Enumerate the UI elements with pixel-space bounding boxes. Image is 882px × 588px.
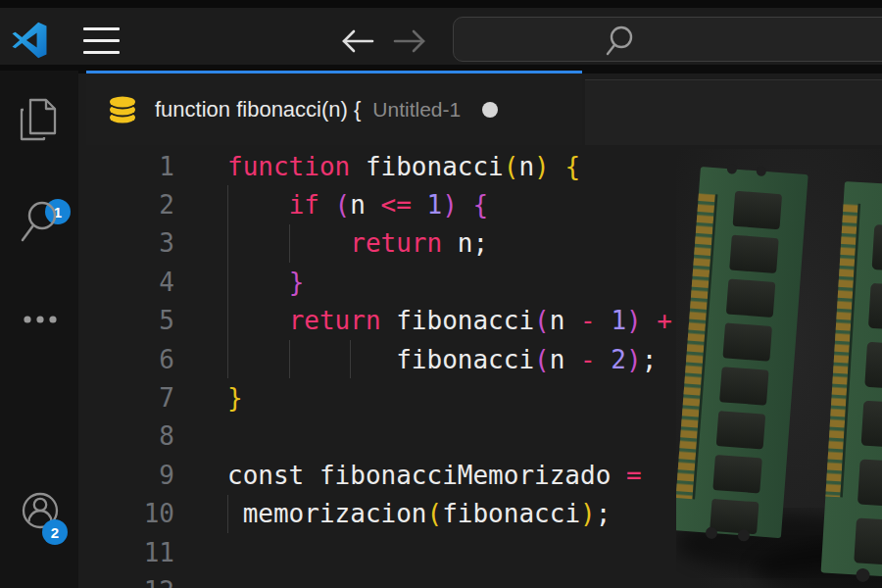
code-token (596, 306, 612, 335)
code-token: 1 (611, 306, 626, 335)
code-token: function (227, 152, 350, 181)
database-icon (108, 96, 137, 123)
code-token: fibonacci (442, 499, 580, 528)
search-box[interactable] (453, 17, 882, 62)
line-number: 12 (78, 576, 174, 588)
vscode-window: { "title_bar": { "search": { "placeholde… (0, 0, 882, 588)
ellipsis-icon[interactable] (22, 313, 59, 326)
tab-title: function fibonacci(n) { (155, 97, 361, 122)
code-token: { (473, 190, 489, 220)
code-token: + (657, 306, 672, 335)
files-icon[interactable] (18, 96, 63, 143)
code-token: n; (442, 228, 488, 258)
vscode-logo-icon[interactable] (11, 21, 48, 60)
back-arrow-icon[interactable] (339, 24, 376, 59)
code-token: <= (381, 190, 412, 220)
code-text: } (227, 268, 304, 297)
line-number: 3 (78, 228, 174, 258)
tab-bar-empty-space (585, 79, 882, 145)
code-token: return (350, 228, 442, 258)
line-number: 4 (78, 268, 174, 297)
tab-untitled-1[interactable]: function fibonacci(n) { Untitled-1 (86, 71, 582, 145)
code-token: const fibonacciMemorizado (227, 461, 626, 490)
code-token: { (564, 152, 580, 181)
line-number: 5 (78, 306, 174, 335)
code-token: n (550, 306, 580, 335)
code-text: } (227, 383, 243, 413)
code-token: } (227, 383, 243, 413)
code-text: if (n <= 1) { (227, 190, 488, 220)
search-sidebar-icon[interactable] (20, 199, 63, 246)
account-badge: 2 (42, 519, 68, 545)
menu-hamburger-icon[interactable] (83, 27, 120, 54)
code-token: return (289, 306, 381, 335)
indent-guide (289, 340, 290, 378)
line-number: 8 (78, 421, 174, 451)
code-token (458, 190, 473, 220)
indent-guide (227, 340, 228, 378)
forward-arrow-icon[interactable] (391, 24, 428, 59)
tab-dirty-indicator[interactable] (482, 102, 498, 118)
code-token: ( (534, 306, 550, 335)
code-token (227, 268, 289, 297)
indent-guide (227, 185, 228, 223)
indent-guide (227, 495, 228, 533)
code-token (319, 190, 335, 220)
indent-guide (227, 224, 228, 263)
code-token: 2 (611, 345, 626, 374)
code-token: ) (534, 152, 550, 181)
code-token (412, 190, 427, 220)
code-token: ) (442, 190, 458, 220)
code-text: const fibonacciMemorizado = (227, 461, 642, 490)
indent-guide (227, 263, 228, 301)
search-input[interactable] (454, 18, 882, 61)
line-number: 6 (78, 345, 174, 374)
code-token: - (580, 306, 596, 335)
code-token (596, 345, 612, 374)
code-token: fibonacci (227, 345, 534, 374)
code-token (642, 306, 658, 335)
code-text: fibonacci(n - 2); (227, 345, 657, 374)
line-number: 9 (78, 461, 174, 490)
code-token: - (580, 345, 596, 374)
code-token: n (550, 345, 580, 374)
line-number: 11 (78, 538, 174, 567)
code-token: 1 (427, 190, 443, 220)
code-token: fibonacci (381, 306, 535, 335)
code-token: n (350, 190, 380, 220)
indent-guide (227, 302, 228, 340)
code-token: ( (335, 190, 351, 220)
code-token: = (626, 461, 642, 490)
indent-guide (289, 224, 290, 263)
line-number: 7 (78, 383, 174, 413)
window-top-strip (0, 0, 882, 8)
indent-guide (350, 340, 351, 378)
line-number: 1 (78, 152, 174, 181)
code-text: memorizacion(fibonacci); (227, 499, 611, 528)
code-token: if (289, 190, 319, 220)
line-number: 10 (78, 499, 174, 528)
activity-bar: 1 2 (0, 71, 78, 588)
code-token: ; (642, 345, 658, 374)
code-token (227, 306, 289, 335)
code-token: memorizacion (227, 499, 427, 528)
code-token: } (289, 268, 305, 297)
code-text: return n; (227, 228, 488, 258)
code-token: ) (626, 306, 642, 335)
code-text: function fibonacci(n) { (227, 152, 580, 181)
code-token: ( (427, 499, 443, 528)
code-token: ( (534, 345, 550, 374)
code-token: ( (504, 152, 519, 181)
code-token: fibonacci (350, 152, 504, 181)
code-token (227, 190, 289, 220)
code-token: ; (596, 499, 612, 528)
code-token: ) (580, 499, 596, 528)
code-token (550, 152, 565, 181)
tab-subtitle: Untitled-1 (372, 98, 461, 122)
code-text: return fibonacci(n - 1) + (227, 306, 672, 335)
code-token: ) (626, 345, 642, 374)
code-token: n (518, 152, 534, 181)
ram-modules-image (676, 149, 882, 588)
line-number: 2 (78, 190, 174, 220)
